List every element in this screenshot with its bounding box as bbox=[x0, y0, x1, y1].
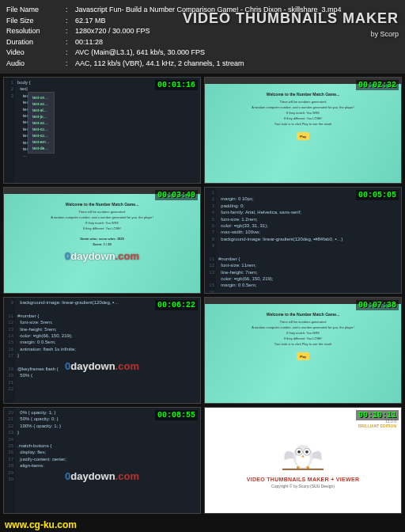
footer-url: www.cg-ku.com bbox=[5, 519, 77, 530]
thumbnail-2[interactable]: Welcome to the Number Match Game... Ther… bbox=[204, 77, 402, 184]
code-snippet: margin: 0 10px; padding: 0; font-family:… bbox=[216, 188, 345, 293]
timestamp: 00:02:32 bbox=[356, 80, 399, 90]
svg-rect-9 bbox=[282, 469, 324, 470]
timestamp: 00:01:16 bbox=[155, 80, 198, 90]
thumbnail-3[interactable]: Welcome to the Number Match Game... Ther… bbox=[3, 187, 201, 294]
thumbnail-6[interactable]: Welcome to the Number Match Game... Ther… bbox=[204, 297, 402, 404]
app-watermark: VIDEO THUMBNAILS MAKER by Scorp bbox=[183, 8, 399, 40]
timestamp: 00:05:05 bbox=[356, 190, 399, 200]
timestamp: 00:03:49 bbox=[155, 190, 198, 200]
thumbnail-7[interactable]: 2021222324252627282930 0% { opacity: 1; … bbox=[3, 407, 201, 514]
watermark-icon: 0daydown.com bbox=[65, 360, 139, 372]
timestamp: 00:07:38 bbox=[356, 300, 399, 310]
audio-codec: AAC, 112 kb/s (VBR), 44.1 kHz, 2 channel… bbox=[75, 59, 399, 70]
play-button: Play bbox=[297, 352, 309, 360]
timestamp: 00:08:55 bbox=[155, 410, 198, 420]
svg-point-4 bbox=[297, 450, 301, 454]
timestamp: 00:06:22 bbox=[155, 300, 198, 310]
thumbnail-8[interactable]: 13.0.0BRILLIANT EDITION VIDEO THUMBNAILS… bbox=[204, 407, 402, 514]
thumbnail-1[interactable]: 123body { tex| text-un… text-ov… text-al… bbox=[3, 77, 201, 184]
code-snippet: 0% { opacity: 1; } 50% { opacity: 0; } 1… bbox=[15, 408, 69, 513]
copyright: Copyright © by Scorp (SUU Design) bbox=[271, 484, 335, 488]
timestamp: 00:10:11 bbox=[356, 410, 399, 420]
watermark-icon: 0daydown.com bbox=[65, 250, 139, 262]
app-title: VIDEO THUMBNAILS MAKER + VIEWER bbox=[247, 477, 360, 482]
meta-label-name: File Name bbox=[6, 5, 66, 16]
thumbnail-5[interactable]: 91112131415161719202122 background-image… bbox=[3, 297, 201, 404]
video-codec: AVC (Main@L3.1), 641 kb/s, 30.000 FPS bbox=[75, 48, 399, 59]
play-button: Play bbox=[297, 132, 309, 140]
svg-point-5 bbox=[305, 450, 308, 454]
owl-icon bbox=[278, 432, 327, 473]
watermark-icon: 0daydown.com bbox=[65, 470, 139, 482]
metadata-panel: File Name:Javascript Fun- Build a Number… bbox=[0, 0, 405, 74]
thumbnail-4[interactable]: 1234567891112131516 margin: 0 10px; padd… bbox=[204, 187, 402, 294]
autocomplete-dropdown: text-un…text-ov…text-al…text-ju…text-ov…… bbox=[28, 92, 55, 154]
thumbnail-grid: 123body { tex| text-un… text-ov… text-al… bbox=[0, 74, 405, 517]
code-snippet: background-image: linear-gradient(120deg… bbox=[15, 298, 121, 403]
